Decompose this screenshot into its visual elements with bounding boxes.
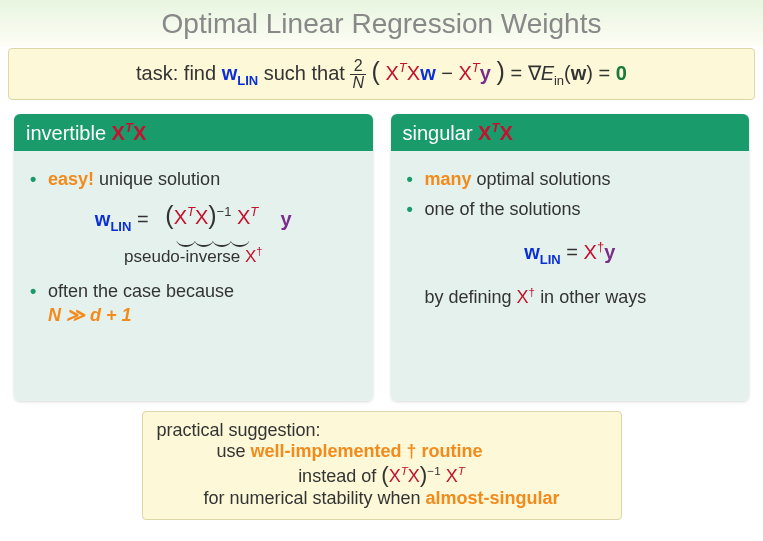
task-box: task: find wLIN such that 2N ( XTXw − XT… [8,48,755,100]
w-lin: wLIN [222,62,259,84]
card-invertible-body: easy! unique solution wLIN = (XTX)−1 XT … [14,151,373,401]
bullet-one-of: one of the solutions [407,197,734,221]
Xty: XTy [459,62,497,84]
XtX: XTX [112,122,147,144]
pseudo-inverse-group: (XTX)−1 XT ⏝⏝⏝⏝ [165,201,258,241]
minus: − [441,62,458,84]
sugg-l1: practical suggestion: [157,420,607,441]
sugg-l2: use well-implemented † routine [157,441,607,462]
rparen: ) [496,57,504,85]
grad-E: ∇Ein(w) [528,62,599,84]
eq1: = [510,62,527,84]
bullet-many: many optimal solutions [407,167,734,191]
card-invertible: invertible XTX easy! unique solution wLI… [14,114,373,401]
lparen: ( [372,57,380,85]
card-singular: singular XTX many optimal solutions one … [391,114,750,401]
sugg-l3: instead of (XTX)−1 XT [157,462,607,488]
bullet-easy: easy! unique solution [30,167,357,191]
pseudo-inverse-label: pseudo-inverse X† [30,245,357,267]
eq2: = [599,62,616,84]
card-invertible-header: invertible XTX [14,114,373,151]
columns: invertible XTX easy! unique solution wLI… [0,100,763,407]
card-singular-header: singular XTX [391,114,750,151]
card-singular-body: many optimal solutions one of the soluti… [391,151,750,401]
suggestion-box: practical suggestion: use well-implement… [142,411,622,520]
by-defining: by defining X† in other ways [407,285,734,308]
underbrace-icon: ⏝⏝⏝⏝ [165,232,258,241]
XtXw: XTXw [385,62,441,84]
title-bar: Optimal Linear Regression Weights [0,0,763,46]
task-mid: such that [264,62,351,84]
XtX: XTX [478,122,513,144]
bullet-often: often the case because N ≫ d + 1 [30,279,357,328]
slide-title: Optimal Linear Regression Weights [0,8,763,40]
sugg-l4: for numerical stability when almost-sing… [157,488,607,509]
formula-wlin-inverse: wLIN = (XTX)−1 XT ⏝⏝⏝⏝ y [30,201,357,241]
zero: 0 [616,62,627,84]
task-prefix: task: find [136,62,222,84]
fraction-2N: 2N [350,58,366,91]
formula-wlin-dagger: wLIN = X†y [407,239,734,267]
